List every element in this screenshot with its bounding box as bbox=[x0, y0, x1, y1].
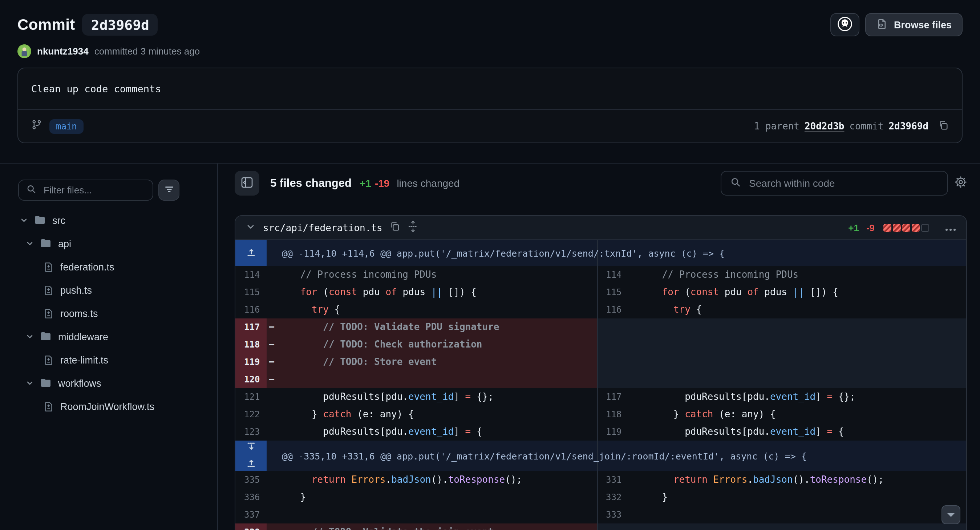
code-text: // Process incoming PDUs bbox=[639, 266, 799, 284]
diff-cell-empty bbox=[597, 524, 966, 530]
scroll-bottom-button[interactable] bbox=[942, 505, 960, 524]
collapse-file-button[interactable] bbox=[245, 221, 256, 234]
diffstat-block-empty bbox=[921, 223, 929, 231]
diffstat-block-del bbox=[912, 223, 920, 231]
diff-cell-empty bbox=[597, 336, 966, 353]
browse-files-button[interactable]: Browse files bbox=[865, 13, 963, 36]
content-area: srcapifederation.tspush.tsrooms.tsmiddle… bbox=[0, 163, 980, 530]
tree-file-rooms.ts[interactable]: rooms.ts bbox=[18, 302, 207, 325]
tree-folder-middleware[interactable]: middleware bbox=[18, 325, 207, 348]
code-text: } catch (e: any) { bbox=[639, 405, 776, 423]
line-number[interactable]: 337 bbox=[235, 506, 267, 524]
line-number[interactable]: 335 bbox=[235, 471, 267, 488]
code-search-input[interactable] bbox=[748, 177, 939, 190]
tree-file-push.ts[interactable]: push.ts bbox=[18, 278, 207, 302]
line-number[interactable]: 117 bbox=[597, 388, 628, 405]
hunk-gutter bbox=[235, 441, 267, 471]
copy-icon bbox=[938, 120, 949, 132]
diff-cell-empty bbox=[597, 371, 966, 388]
line-number[interactable]: 333 bbox=[597, 506, 628, 524]
expand-down-button[interactable] bbox=[246, 441, 256, 454]
total-deletions: -19 bbox=[375, 177, 390, 189]
diff-marker bbox=[267, 301, 277, 318]
diff-cell: 114 // Process incoming PDUs bbox=[235, 266, 597, 284]
line-number[interactable]: 119 bbox=[235, 353, 267, 371]
code-text: for (const pdu of pdus || []) { bbox=[277, 284, 477, 301]
tree-file-federation.ts[interactable]: federation.ts bbox=[18, 255, 207, 278]
line-number[interactable]: 114 bbox=[597, 266, 628, 284]
avatar[interactable] bbox=[18, 44, 31, 58]
diff-cell: 119− // TODO: Store event bbox=[235, 353, 597, 371]
diff-marker bbox=[267, 506, 277, 524]
diff-marker bbox=[628, 488, 639, 506]
code-text: } bbox=[277, 488, 306, 506]
line-number[interactable]: 114 bbox=[235, 266, 267, 284]
commit-card: Clean up code comments main 1 parent 20d… bbox=[18, 68, 963, 143]
file-diff-icon bbox=[44, 285, 54, 295]
diff-marker bbox=[267, 405, 277, 423]
tree-item-label: rooms.ts bbox=[60, 308, 98, 319]
line-number[interactable]: 116 bbox=[235, 301, 267, 318]
chevron-down-icon bbox=[25, 239, 36, 248]
line-number[interactable]: 115 bbox=[235, 284, 267, 301]
line-number[interactable]: 123 bbox=[235, 423, 267, 441]
folder-icon bbox=[40, 331, 52, 342]
line-number[interactable]: 338 bbox=[235, 524, 267, 530]
line-number[interactable]: 115 bbox=[597, 284, 628, 301]
author-name[interactable]: nkuntz1934 bbox=[37, 46, 89, 57]
line-number[interactable]: 116 bbox=[597, 301, 628, 318]
diff-marker bbox=[267, 423, 277, 441]
diff-toolbar: 5 files changed +1 -19 lines changed bbox=[235, 171, 967, 196]
chevron-down-icon bbox=[25, 332, 36, 341]
tree-folder-src[interactable]: src bbox=[18, 209, 207, 232]
file-menu-button[interactable] bbox=[945, 222, 956, 233]
parent-sha-link[interactable]: 20d2d3b bbox=[805, 121, 845, 132]
line-number[interactable]: 118 bbox=[235, 336, 267, 353]
file-filter-input[interactable] bbox=[42, 184, 145, 196]
diff-marker bbox=[267, 488, 277, 506]
line-number[interactable]: 117 bbox=[235, 318, 267, 336]
tree-folder-workflows[interactable]: workflows bbox=[18, 372, 207, 395]
expand-all-button[interactable] bbox=[408, 220, 419, 235]
line-number[interactable]: 336 bbox=[235, 488, 267, 506]
diff-marker bbox=[267, 471, 277, 488]
file-additions: +1 bbox=[848, 222, 859, 233]
diff-cell: 120− bbox=[235, 371, 597, 388]
tree-item-label: federation.ts bbox=[60, 261, 115, 272]
copy-path-button[interactable] bbox=[390, 221, 401, 234]
kebab-icon bbox=[945, 222, 956, 233]
line-number[interactable]: 121 bbox=[235, 388, 267, 405]
file-diff-icon bbox=[44, 308, 54, 319]
tree-file-RoomJoinWorkflow.ts[interactable]: RoomJoinWorkflow.ts bbox=[18, 395, 207, 418]
tree-folder-api[interactable]: api bbox=[18, 232, 207, 255]
code-text: try { bbox=[277, 301, 340, 318]
file-tree: srcapifederation.tspush.tsrooms.tsmiddle… bbox=[18, 209, 207, 418]
code-text: } bbox=[639, 488, 668, 506]
diff-marker bbox=[628, 405, 639, 423]
kraken-logo-button[interactable] bbox=[831, 13, 860, 36]
tree-file-rate-limit.ts[interactable]: rate-limit.ts bbox=[18, 348, 207, 372]
filter-button[interactable] bbox=[158, 180, 180, 201]
line-number[interactable]: 118 bbox=[597, 405, 628, 423]
diff-cell: 123 pduResults[pdu.event_id] = { bbox=[235, 423, 597, 441]
commit-label: commit bbox=[849, 121, 883, 132]
settings-gear-button[interactable] bbox=[955, 176, 967, 190]
expand-up-button[interactable] bbox=[246, 246, 256, 260]
expand-vertical-icon bbox=[408, 220, 419, 235]
line-number[interactable]: 331 bbox=[597, 471, 628, 488]
page-header: Commit 2d3969d Browse files bbox=[0, 0, 980, 163]
line-number[interactable]: 122 bbox=[235, 405, 267, 423]
diff-cell-empty bbox=[597, 353, 966, 371]
copy-sha-button[interactable] bbox=[938, 120, 949, 132]
line-number[interactable]: 332 bbox=[597, 488, 628, 506]
sidebar-toggle-button[interactable] bbox=[235, 171, 259, 196]
diff-line: 114 // Process incoming PDUs114 // Proce… bbox=[235, 266, 966, 284]
expand-down-icon bbox=[246, 441, 256, 454]
branch-chip[interactable]: main bbox=[49, 119, 84, 133]
line-number[interactable]: 120 bbox=[235, 371, 267, 388]
diff-cell: 116 try { bbox=[597, 301, 966, 318]
line-number[interactable]: 119 bbox=[597, 423, 628, 441]
expand-up-icon bbox=[246, 246, 256, 260]
expand-up-button[interactable] bbox=[246, 457, 256, 470]
committed-text: committed 3 minutes ago bbox=[94, 46, 200, 57]
